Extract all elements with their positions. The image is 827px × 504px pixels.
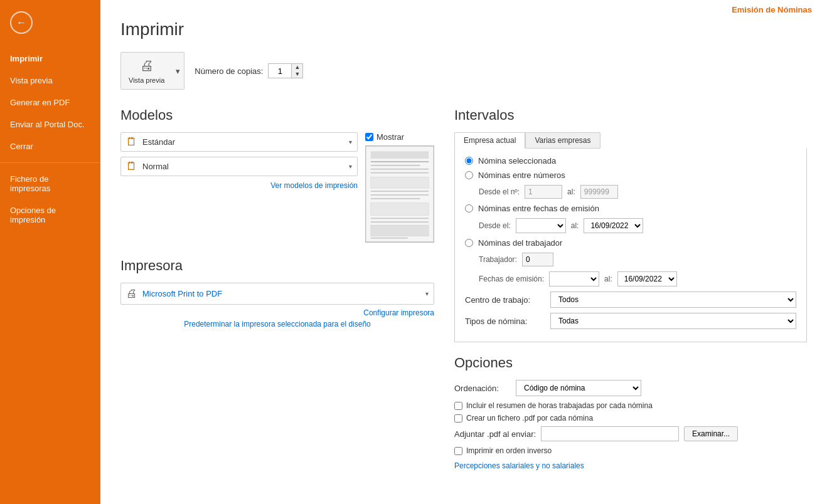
radio-nominas-fechas: Nóminas entre fechas de emisión <box>465 204 796 213</box>
adjuntar-row: Adjuntar .pdf al enviar: Examinar... <box>454 426 807 441</box>
desde-n-input[interactable] <box>525 185 562 199</box>
tab-empresa-actual[interactable]: Empresa actual <box>454 132 525 149</box>
trabajador-label: Trabajador: <box>479 255 517 264</box>
main-content: Emisión de Nóminas Imprimir 🖨 Vista prev… <box>100 0 827 504</box>
printer-icon: 🖨 <box>126 287 137 300</box>
fechas-emision-al-select[interactable]: 16/09/2022 <box>617 271 677 286</box>
al-n-input[interactable] <box>580 185 618 199</box>
sidebar-item-fichero-impresoras[interactable]: Fichero de impresoras <box>0 168 100 199</box>
print-button-group: 🖨 Vista previa ▾ <box>120 52 184 90</box>
sidebar-item-imprimir[interactable]: Imprimir <box>0 48 100 70</box>
check2-row: Crear un fichero .pdf por cada nómina <box>454 414 807 423</box>
radio-nominas-numeros-label[interactable]: Nóminas entre números <box>478 171 565 180</box>
al-fecha-label: al: <box>571 221 579 230</box>
adjuntar-input[interactable] <box>541 426 679 441</box>
breadcrumb: Emisión de Nóminas <box>732 5 812 14</box>
centro-trabajo-label: Centro de trabajo: <box>465 295 547 305</box>
tipos-nomina-select[interactable]: Todas <box>550 313 796 329</box>
svg-rect-5 <box>371 172 429 174</box>
sidebar-nav: Imprimir Vista previa Generar en PDF Env… <box>0 48 100 231</box>
predet-link[interactable]: Predeterminar la impresora seleccionada … <box>120 320 434 328</box>
desde-fecha-select[interactable] <box>516 218 566 233</box>
check1-row: Incluir el resumen de horas trabajadas p… <box>454 401 807 410</box>
preview-svg <box>366 146 434 242</box>
copies-input[interactable]: 1 <box>269 65 291 77</box>
model2-arrow-icon[interactable]: ▾ <box>349 163 352 170</box>
radio-nominas-trabajador-label[interactable]: Nóminas del trabajador <box>478 238 562 248</box>
model1-icon: 🗒 <box>126 135 137 149</box>
check1-input[interactable] <box>454 402 462 410</box>
radio-nominas-numeros-input[interactable] <box>465 171 473 179</box>
svg-rect-12 <box>371 221 429 223</box>
sidebar-item-vista-previa[interactable]: Vista previa <box>0 70 100 92</box>
svg-rect-4 <box>371 169 429 170</box>
sidebar-item-generar-pdf[interactable]: Generar en PDF <box>0 92 100 113</box>
check2-label[interactable]: Crear un fichero .pdf por cada nómina <box>466 414 593 423</box>
model1-select[interactable]: 🗒 Estándar ▾ <box>120 132 358 152</box>
tab-varias-empresas[interactable]: Varias empresas <box>525 132 600 149</box>
centro-trabajo-select[interactable]: Todos <box>550 291 796 308</box>
page-title: Imprimir <box>120 19 807 39</box>
radio-nomina-seleccionada-label[interactable]: Nómina seleccionada <box>478 156 556 165</box>
ordenacion-select[interactable]: Código de nómina Apellidos trabajador NI… <box>516 380 641 396</box>
vista-previa-label: Vista previa <box>129 76 164 84</box>
radio-nominas-trabajador-input[interactable] <box>465 239 473 247</box>
two-col-layout: Modelos 🗒 Estándar ▾ <box>120 107 807 470</box>
show-checkbox-wrap: Mostrar <box>365 132 404 142</box>
check2-input[interactable] <box>454 414 462 423</box>
trabajador-sub-row: Trabajador: <box>479 253 796 266</box>
sidebar-back: ← <box>0 0 100 45</box>
radio-nominas-numeros: Nóminas entre números <box>465 171 796 180</box>
show-checkbox[interactable] <box>365 133 373 141</box>
radio-nominas-fechas-input[interactable] <box>465 204 473 213</box>
model1-label: Estándar <box>142 137 344 147</box>
svg-rect-6 <box>371 177 429 189</box>
fechas-emision-desde-select[interactable] <box>549 271 599 286</box>
numeros-sub-row: Desde el nº: al: <box>479 185 796 199</box>
printer-dropdown-icon[interactable]: ▾ <box>425 290 429 297</box>
radio-nomina-seleccionada-input[interactable] <box>465 157 473 165</box>
svg-rect-1 <box>371 151 429 159</box>
model1-arrow-icon[interactable]: ▾ <box>349 139 352 145</box>
copies-group: Número de copias: 1 ▲ ▼ <box>195 63 303 78</box>
radio-nominas-fechas-label[interactable]: Nóminas entre fechas de emisión <box>478 204 599 213</box>
show-label[interactable]: Mostrar <box>376 132 404 142</box>
tabs-row: Empresa actual Varias empresas <box>454 132 807 149</box>
modelos-section: Modelos 🗒 Estándar ▾ <box>120 107 434 243</box>
percepciones-link[interactable]: Percepciones salariales y no salariales <box>454 461 584 470</box>
modelos-title: Modelos <box>120 107 434 123</box>
top-bar: Emisión de Nóminas <box>100 0 827 19</box>
copies-down-button[interactable]: ▼ <box>292 71 302 78</box>
sidebar-item-cerrar[interactable]: Cerrar <box>0 135 100 157</box>
printer-select[interactable]: 🖨 Microsoft Print to PDF ▾ <box>120 283 434 305</box>
desde-fecha-label: Desde el: <box>479 221 511 230</box>
copies-label: Número de copias: <box>195 66 263 76</box>
model1-row: 🗒 Estándar ▾ <box>120 132 358 152</box>
model2-select[interactable]: 🗒 Normal ▾ <box>120 157 358 176</box>
tipos-nomina-row: Tipos de nómina: Todas <box>465 313 796 329</box>
print-dropdown-button[interactable]: ▾ <box>172 53 184 89</box>
check3-label[interactable]: Imprimir en orden inverso <box>466 446 552 455</box>
trabajador-input[interactable] <box>522 253 553 266</box>
copies-input-wrap: 1 ▲ ▼ <box>268 63 303 78</box>
intervalos-title: Intervalos <box>454 107 807 123</box>
ver-modelos-link[interactable]: Ver modelos de impresión <box>120 181 358 190</box>
printer-icon: 🖨 <box>140 58 154 74</box>
check3-row: Imprimir en orden inverso <box>454 446 807 455</box>
sidebar-item-opciones-impresion[interactable]: Opciones de impresión <box>0 199 100 231</box>
fechas-sub-row: Desde el: al: 16/09/2022 <box>479 218 796 233</box>
al-fecha-select[interactable]: 16/09/2022 <box>584 218 643 233</box>
ordenacion-label: Ordenación: <box>454 384 511 393</box>
check1-label[interactable]: Incluir el resumen de horas trabajadas p… <box>466 401 653 410</box>
check3-input[interactable] <box>454 447 462 455</box>
vista-previa-button[interactable]: 🖨 Vista previa <box>121 53 172 89</box>
model2-label: Normal <box>142 162 344 171</box>
svg-rect-14 <box>371 238 408 239</box>
copies-up-button[interactable]: ▲ <box>292 64 302 71</box>
sidebar-item-enviar-portal[interactable]: Enviar al Portal Doc. <box>0 113 100 135</box>
back-button[interactable]: ← <box>10 11 33 34</box>
svg-rect-2 <box>371 161 429 162</box>
examinar-button[interactable]: Examinar... <box>684 426 738 441</box>
configurar-impresora-link[interactable]: Configurar impresora <box>120 308 434 317</box>
opciones-title: Opciones <box>454 355 807 371</box>
